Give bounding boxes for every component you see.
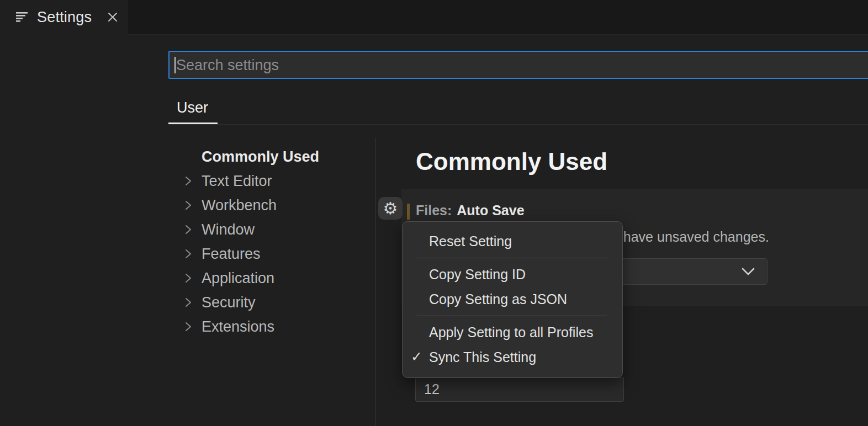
menu-item-sync-this-setting[interactable]: ✓ Sync This Setting	[403, 345, 622, 370]
chevron-right-icon	[185, 248, 202, 259]
chevron-right-icon	[185, 175, 202, 187]
setting-title: Files:Auto Save	[416, 203, 525, 219]
toc-item-text-editor[interactable]: Text Editor	[168, 169, 375, 193]
chevron-down-icon	[742, 268, 755, 278]
close-icon[interactable]	[105, 9, 120, 25]
font-size-input[interactable]	[423, 377, 613, 401]
search-settings-box	[168, 51, 868, 79]
chevron-right-icon	[185, 224, 202, 235]
toc-item-application[interactable]: Application	[168, 266, 375, 290]
menu-item-copy-setting-as-json[interactable]: Copy Setting as JSON	[403, 287, 622, 312]
tab-user[interactable]: User	[177, 99, 208, 116]
section-heading: Commonly Used	[416, 148, 607, 175]
number-setting-box	[415, 377, 624, 402]
chevron-right-icon	[185, 200, 202, 211]
modified-indicator	[407, 204, 410, 220]
check-icon: ✓	[411, 349, 422, 365]
setting-category: Files:	[416, 203, 452, 218]
menu-item-apply-setting-to-all-profiles[interactable]: Apply Setting to all Profiles	[403, 320, 622, 345]
toc-item-workbench[interactable]: Workbench	[168, 193, 375, 217]
tab-title: Settings	[37, 9, 92, 26]
toc-item-extensions[interactable]: Extensions	[168, 315, 375, 339]
vscode-settings-window: { "editor_tab": { "title": "Settings" },…	[0, 0, 868, 426]
setting-gear-button[interactable]: ⚙	[378, 197, 403, 220]
settings-list-icon	[16, 12, 29, 23]
toc-item-window[interactable]: Window	[168, 217, 375, 242]
setting-context-menu: Reset Setting Copy Setting ID Copy Setti…	[402, 221, 623, 378]
tabs-divider	[168, 124, 868, 125]
chevron-right-icon	[185, 297, 202, 308]
setting-name: Auto Save	[457, 203, 524, 218]
toc-item-security[interactable]: Security	[168, 290, 375, 315]
toc-main-divider	[375, 138, 375, 426]
menu-item-reset-setting[interactable]: Reset Setting	[403, 229, 622, 254]
settings-editor-tab[interactable]: Settings	[0, 0, 128, 35]
settings-toc: Commonly Used Text Editor Workbench Wind…	[168, 145, 375, 339]
chevron-right-icon	[185, 321, 202, 332]
menu-separator	[416, 316, 607, 316]
toc-item-commonly-used[interactable]: Commonly Used	[168, 145, 375, 169]
search-input[interactable]	[175, 52, 840, 79]
menu-separator	[416, 258, 607, 258]
menu-item-copy-setting-id[interactable]: Copy Setting ID	[403, 262, 622, 287]
toc-item-features[interactable]: Features	[168, 242, 375, 266]
gear-icon: ⚙	[383, 200, 398, 217]
chevron-right-icon	[185, 273, 202, 284]
editor-tab-bar	[0, 0, 868, 35]
